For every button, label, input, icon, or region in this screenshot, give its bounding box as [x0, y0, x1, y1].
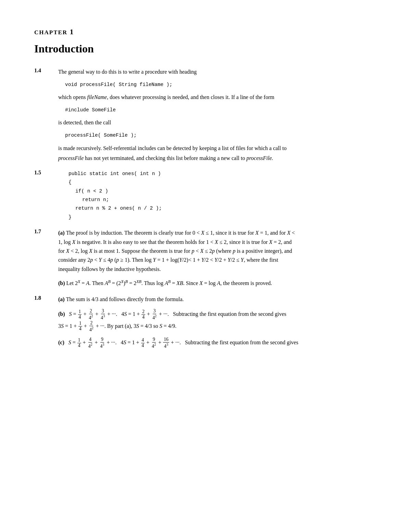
p1-5-line6: } [68, 213, 377, 222]
p1-8-part-c: (c) S = 14 + 442 + 943 + ···. 4S = 1 + 4… [58, 337, 377, 349]
p1-8-c-subtracting: Subtracting the first equation from the … [185, 339, 298, 345]
p1-8-b-subtracting: Subtracting the first equation from the … [173, 311, 286, 317]
p1-8-a-text: The sum is 4/3 and follows directly from… [66, 296, 184, 302]
problem-1-8: 1.8 (a) The sum is 4/3 and follows direc… [34, 295, 377, 349]
p1-8-b-eq2: 3S = 1 + 14 + 242 + ···. By part (a), 3S… [58, 323, 176, 329]
p1-5-line3: if( n < 2 ) [75, 187, 377, 196]
p1-7-part-b: (b) Let 2X = A. Then AB = (2X)B = 2XB. T… [58, 279, 377, 288]
p1-8-c-eq1: S = 14 + 442 + 943 + ···. 4S = 1 + 44 + … [68, 339, 185, 345]
p1-7-a-text3: for X < 2, log X is at most 1. Suppose t… [58, 248, 292, 254]
problem-1-4: 1.4 The general way to do this is to wri… [34, 67, 377, 163]
p1-4-text4-pre: is made recursively. Self-referential in… [58, 145, 287, 151]
problem-1-5: 1.5 public static int ones( int n ) { if… [34, 170, 377, 222]
p1-4-text2-pre: which opens [58, 94, 87, 100]
p1-4-code3: processFile( SomeFile ); [65, 131, 377, 140]
p1-7-part-a: (a) The proof is by induction. The theor… [58, 228, 377, 274]
problem-1-5-content: public static int ones( int n ) { if( n … [58, 170, 377, 222]
chapter-number: 1 [70, 27, 74, 36]
p1-4-text1: The general way to do this is to write a… [58, 67, 377, 76]
p1-7-b-label: (b) [58, 280, 66, 286]
p1-7-a-text4: consider any 2p < Y ≤ 4p (p ≥ 1). Then l… [58, 257, 278, 263]
chapter-header: CHAPTER 1 Introduction [34, 27, 377, 55]
problem-1-4-num: 1.4 [34, 67, 58, 74]
problem-1-8-num: 1.8 [34, 295, 58, 301]
p1-8-b-label: (b) [58, 311, 69, 317]
problem-1-5-num: 1.5 [34, 170, 58, 176]
p1-8-part-b: (b) S = 14 + 242 + 343 + ···. 4S = 1 + 2… [58, 309, 377, 332]
p1-8-b-eq1: S = 14 + 242 + 343 + ···. 4S = 1 + 24 + … [69, 311, 173, 317]
problem-1-7-content: (a) The proof is by induction. The theor… [58, 228, 377, 288]
p1-4-text3: is detected, then the call [58, 118, 377, 127]
problem-1-4-content: The general way to do this is to write a… [58, 67, 377, 163]
p1-7-a-text5: inequality follows by the inductive hypo… [58, 266, 161, 272]
p1-4-italic2: processFile. [246, 155, 273, 161]
problem-1-7-num: 1.7 [34, 228, 58, 235]
p1-7-a-text2: 1, log X is negative. It is also easy to… [58, 239, 291, 245]
p1-4-text4: is made recursively. Self-referential in… [58, 144, 377, 153]
chapter-title: Introduction [34, 42, 377, 55]
p1-4-italic1: processFile [58, 155, 84, 161]
problem-1-7: 1.7 (a) The proof is by induction. The t… [34, 228, 377, 288]
problem-1-8-content: (a) The sum is 4/3 and follows directly … [58, 295, 377, 349]
p1-4-code1: void processFile( String fileName ); [65, 81, 377, 89]
p1-7-a-label: (a) [58, 230, 66, 236]
p1-7-b-text: Let 2X = A. Then AB = (2X)B = 2XB. Thus … [66, 280, 272, 286]
p1-4-code2: #include SomeFile [65, 106, 377, 114]
p1-5-line5: return n % 2 + ones( n / 2 ); [75, 204, 377, 213]
p1-4-text2: which opens fileName, does whatever proc… [58, 93, 377, 102]
p1-5-line1: public static int ones( int n ) [68, 170, 377, 178]
p1-5-line2: { [68, 178, 377, 187]
p1-8-part-a: (a) The sum is 4/3 and follows directly … [58, 295, 377, 304]
p1-5-code: public static int ones( int n ) { if( n … [68, 170, 377, 222]
chapter-label: CHAPTER 1 [34, 27, 377, 36]
p1-7-a-text1: The proof is by induction. The theorem i… [66, 230, 295, 236]
p1-8-c-label: (c) [58, 339, 68, 345]
p1-5-line4: return n; [82, 196, 377, 204]
p1-4-text2-post: does whatever processing is needed, and … [108, 94, 274, 100]
p1-4-text4b: processFile has not yet terminated, and … [58, 154, 377, 163]
p1-8-a-label: (a) [58, 296, 66, 302]
p1-4-filename-italic: fileName, [87, 94, 108, 100]
